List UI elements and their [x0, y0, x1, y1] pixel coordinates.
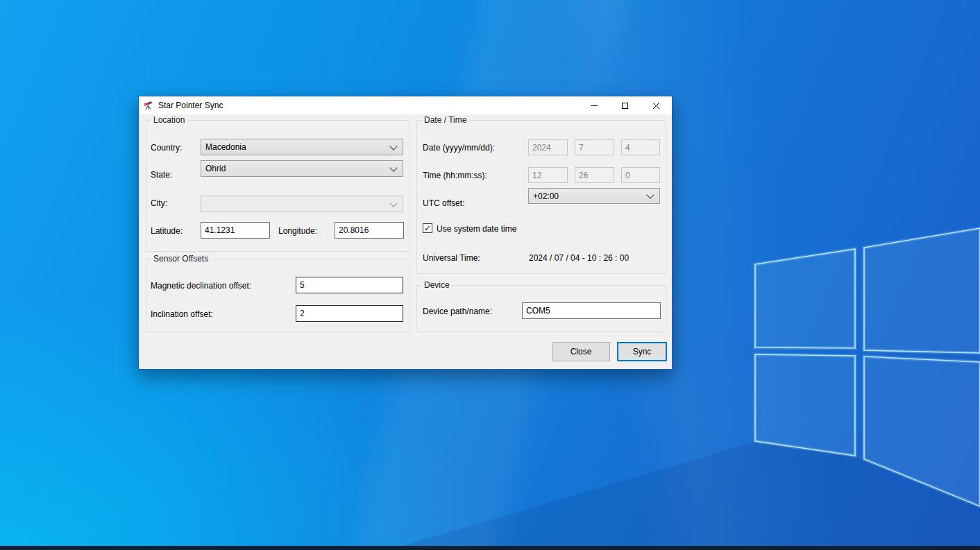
time-second-input	[621, 167, 660, 183]
magnetic-declination-label: Magnetic declination offset:	[151, 281, 251, 291]
sync-button[interactable]: Sync	[617, 342, 667, 361]
state-select[interactable]: Ohrid	[201, 160, 403, 177]
chevron-down-icon	[389, 142, 397, 150]
maximize-button[interactable]	[609, 96, 641, 114]
location-group-label: Location	[151, 115, 187, 125]
time-hour-input	[528, 167, 568, 183]
device-group: Device Device path/name:	[416, 285, 666, 332]
state-value: Ohrid	[205, 164, 226, 173]
city-select	[201, 196, 403, 212]
date-day-input	[621, 139, 660, 155]
inclination-offset-label: Inclination offset:	[151, 309, 213, 319]
chevron-down-icon	[646, 191, 654, 198]
close-window-button[interactable]	[641, 96, 672, 114]
maximize-icon	[622, 103, 628, 109]
checkmark-icon: ✓	[424, 224, 431, 232]
city-label: City:	[151, 198, 167, 208]
use-system-datetime-checkbox[interactable]: ✓	[423, 223, 432, 233]
minimize-icon	[591, 105, 598, 106]
universal-time-label: Universal Time:	[423, 253, 480, 263]
utc-offset-select[interactable]: +02:00	[528, 188, 660, 204]
inclination-offset-input[interactable]	[296, 305, 403, 322]
country-select[interactable]: Macedonia	[201, 139, 403, 155]
device-group-label: Device	[421, 280, 453, 290]
sensor-offsets-group: Sensor Offsets Magnetic declination offs…	[146, 259, 409, 332]
latitude-label: Latitude:	[151, 226, 183, 236]
latitude-input[interactable]	[201, 222, 270, 239]
close-button[interactable]: Close	[552, 342, 610, 361]
window-title: Star Pointer Sync	[158, 101, 223, 110]
time-minute-input	[575, 167, 614, 183]
telescope-icon	[143, 100, 154, 111]
minimize-button[interactable]	[578, 96, 609, 114]
utc-offset-label: UTC offset:	[423, 198, 464, 208]
country-value: Macedonia	[205, 142, 246, 152]
country-label: Country:	[151, 143, 182, 153]
longitude-input[interactable]	[335, 222, 404, 239]
location-group: Location Country: Macedonia State: Ohrid…	[146, 120, 409, 252]
device-path-input[interactable]	[522, 302, 661, 319]
date-label: Date (yyyy/mm/dd):	[423, 143, 495, 153]
date-year-input	[528, 139, 568, 155]
titlebar[interactable]: Star Pointer Sync	[139, 96, 672, 114]
sensor-offsets-group-label: Sensor Offsets	[151, 254, 211, 264]
star-pointer-sync-window: Star Pointer Sync Location Country: Mace…	[138, 96, 673, 370]
longitude-label: Longitude:	[278, 226, 317, 236]
taskbar-edge	[0, 546, 980, 550]
state-label: State:	[151, 170, 172, 180]
chevron-down-icon	[389, 164, 397, 171]
date-month-input	[575, 139, 614, 155]
time-label: Time (hh:mm:ss):	[423, 171, 487, 180]
close-icon	[652, 102, 660, 110]
use-system-datetime-label: Use system date time	[437, 224, 516, 234]
magnetic-declination-input[interactable]	[296, 277, 403, 293]
device-path-label: Device path/name:	[423, 307, 492, 316]
date-time-group: Date / Time Date (yyyy/mm/dd): Time (hh:…	[416, 120, 666, 274]
chevron-down-icon	[389, 199, 397, 207]
universal-time-value: 2024 / 07 / 04 - 10 : 26 : 00	[529, 253, 629, 263]
date-time-group-label: Date / Time	[421, 115, 469, 125]
utc-offset-value: +02:00	[533, 191, 559, 201]
